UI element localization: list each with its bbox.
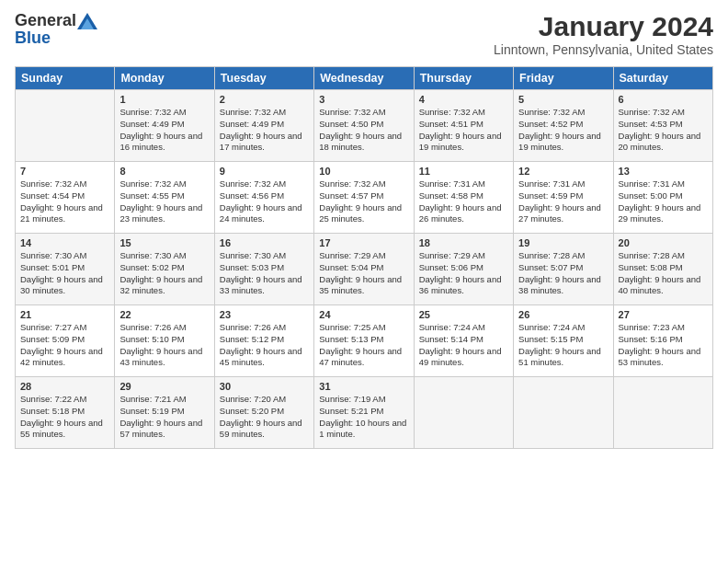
calendar-cell: 8Sunrise: 7:32 AMSunset: 4:55 PMDaylight… xyxy=(115,162,214,234)
calendar-cell: 14Sunrise: 7:30 AMSunset: 5:01 PMDayligh… xyxy=(16,234,115,305)
cell-content: Sunrise: 7:31 AMSunset: 5:00 PMDaylight:… xyxy=(619,178,708,225)
day-number: 25 xyxy=(419,309,508,320)
day-number: 15 xyxy=(119,237,209,248)
day-number: 4 xyxy=(419,94,508,105)
cell-content: Sunrise: 7:28 AMSunset: 5:08 PMDaylight:… xyxy=(619,250,708,297)
calendar-cell: 27Sunrise: 7:23 AMSunset: 5:16 PMDayligh… xyxy=(613,305,712,377)
calendar-cell: 22Sunrise: 7:26 AMSunset: 5:10 PMDayligh… xyxy=(115,305,214,377)
logo-general-text: General xyxy=(15,11,76,30)
day-number: 19 xyxy=(518,237,608,248)
calendar-cell: 23Sunrise: 7:26 AMSunset: 5:12 PMDayligh… xyxy=(214,305,313,377)
cell-content: Sunrise: 7:32 AMSunset: 4:52 PMDaylight:… xyxy=(518,107,608,154)
day-number: 8 xyxy=(119,166,209,177)
calendar-cell: 21Sunrise: 7:27 AMSunset: 5:09 PMDayligh… xyxy=(16,305,115,377)
calendar-cell: 10Sunrise: 7:32 AMSunset: 4:57 PMDayligh… xyxy=(314,162,414,234)
calendar-cell: 1Sunrise: 7:32 AMSunset: 4:49 PMDaylight… xyxy=(115,90,214,162)
calendar-body: 1Sunrise: 7:32 AMSunset: 4:49 PMDaylight… xyxy=(16,90,713,449)
cell-content: Sunrise: 7:19 AMSunset: 5:21 PMDaylight:… xyxy=(319,394,408,441)
calendar-cell: 9Sunrise: 7:32 AMSunset: 4:56 PMDaylight… xyxy=(214,162,313,234)
cell-content: Sunrise: 7:32 AMSunset: 4:51 PMDaylight:… xyxy=(419,107,508,154)
calendar-cell: 25Sunrise: 7:24 AMSunset: 5:14 PMDayligh… xyxy=(414,305,513,377)
cell-content: Sunrise: 7:30 AMSunset: 5:03 PMDaylight:… xyxy=(220,250,309,297)
calendar-cell: 6Sunrise: 7:32 AMSunset: 4:53 PMDaylight… xyxy=(613,90,712,162)
day-number: 2 xyxy=(220,94,309,105)
day-number: 26 xyxy=(518,309,608,320)
col-friday: Friday xyxy=(514,67,613,90)
calendar-cell: 18Sunrise: 7:29 AMSunset: 5:06 PMDayligh… xyxy=(414,234,513,305)
day-number: 24 xyxy=(319,309,408,320)
calendar-cell: 2Sunrise: 7:32 AMSunset: 4:49 PMDaylight… xyxy=(214,90,313,162)
cell-content: Sunrise: 7:29 AMSunset: 5:04 PMDaylight:… xyxy=(319,250,408,297)
calendar-week-3: 14Sunrise: 7:30 AMSunset: 5:01 PMDayligh… xyxy=(16,234,713,305)
page-container: General Blue January 2024 Linntown, Penn… xyxy=(0,0,728,456)
day-number: 5 xyxy=(518,94,608,105)
cell-content: Sunrise: 7:30 AMSunset: 5:02 PMDaylight:… xyxy=(119,250,209,297)
cell-content: Sunrise: 7:22 AMSunset: 5:18 PMDaylight:… xyxy=(20,394,109,441)
cell-content: Sunrise: 7:32 AMSunset: 4:50 PMDaylight:… xyxy=(319,107,408,154)
calendar-cell: 29Sunrise: 7:21 AMSunset: 5:19 PMDayligh… xyxy=(115,377,214,449)
cell-content: Sunrise: 7:28 AMSunset: 5:07 PMDaylight:… xyxy=(518,250,608,297)
header: General Blue January 2024 Linntown, Penn… xyxy=(15,11,713,57)
day-number: 14 xyxy=(20,237,109,248)
day-number: 29 xyxy=(119,381,209,392)
cell-content: Sunrise: 7:23 AMSunset: 5:16 PMDaylight:… xyxy=(619,322,708,369)
calendar-cell: 24Sunrise: 7:25 AMSunset: 5:13 PMDayligh… xyxy=(314,305,414,377)
cell-content: Sunrise: 7:24 AMSunset: 5:15 PMDaylight:… xyxy=(518,322,608,369)
day-number: 30 xyxy=(220,381,309,392)
day-number: 1 xyxy=(119,94,209,105)
calendar-cell: 20Sunrise: 7:28 AMSunset: 5:08 PMDayligh… xyxy=(613,234,712,305)
cell-content: Sunrise: 7:29 AMSunset: 5:06 PMDaylight:… xyxy=(419,250,508,297)
calendar-table: Sunday Monday Tuesday Wednesday Thursday… xyxy=(15,66,713,449)
day-number: 9 xyxy=(220,166,309,177)
cell-content: Sunrise: 7:26 AMSunset: 5:12 PMDaylight:… xyxy=(220,322,309,369)
logo: General Blue xyxy=(15,11,97,48)
cell-content: Sunrise: 7:21 AMSunset: 5:19 PMDaylight:… xyxy=(119,394,209,441)
col-sunday: Sunday xyxy=(16,67,115,90)
col-saturday: Saturday xyxy=(613,67,712,90)
day-number: 27 xyxy=(619,309,708,320)
cell-content: Sunrise: 7:32 AMSunset: 4:49 PMDaylight:… xyxy=(119,107,209,154)
cell-content: Sunrise: 7:31 AMSunset: 4:59 PMDaylight:… xyxy=(518,178,608,225)
col-tuesday: Tuesday xyxy=(214,67,313,90)
calendar-cell: 28Sunrise: 7:22 AMSunset: 5:18 PMDayligh… xyxy=(16,377,115,449)
cell-content: Sunrise: 7:32 AMSunset: 4:57 PMDaylight:… xyxy=(319,178,408,225)
cell-content: Sunrise: 7:27 AMSunset: 5:09 PMDaylight:… xyxy=(20,322,109,369)
calendar-week-4: 21Sunrise: 7:27 AMSunset: 5:09 PMDayligh… xyxy=(16,305,713,377)
calendar-cell: 4Sunrise: 7:32 AMSunset: 4:51 PMDaylight… xyxy=(414,90,513,162)
day-number: 17 xyxy=(319,237,408,248)
cell-content: Sunrise: 7:31 AMSunset: 4:58 PMDaylight:… xyxy=(419,178,508,225)
calendar-cell: 31Sunrise: 7:19 AMSunset: 5:21 PMDayligh… xyxy=(314,377,414,449)
header-row: Sunday Monday Tuesday Wednesday Thursday… xyxy=(16,67,713,90)
calendar-cell: 7Sunrise: 7:32 AMSunset: 4:54 PMDaylight… xyxy=(16,162,115,234)
logo-blue-text: Blue xyxy=(15,29,51,48)
day-number: 13 xyxy=(619,166,708,177)
day-number: 18 xyxy=(419,237,508,248)
calendar-cell xyxy=(514,377,613,449)
day-number: 16 xyxy=(220,237,309,248)
calendar-cell: 17Sunrise: 7:29 AMSunset: 5:04 PMDayligh… xyxy=(314,234,414,305)
day-number: 10 xyxy=(319,166,408,177)
cell-content: Sunrise: 7:30 AMSunset: 5:01 PMDaylight:… xyxy=(20,250,109,297)
day-number: 6 xyxy=(619,94,708,105)
cell-content: Sunrise: 7:32 AMSunset: 4:54 PMDaylight:… xyxy=(20,178,109,225)
cell-content: Sunrise: 7:32 AMSunset: 4:53 PMDaylight:… xyxy=(619,107,708,154)
day-number: 31 xyxy=(319,381,408,392)
calendar-cell: 26Sunrise: 7:24 AMSunset: 5:15 PMDayligh… xyxy=(514,305,613,377)
day-number: 22 xyxy=(119,309,209,320)
calendar-cell: 5Sunrise: 7:32 AMSunset: 4:52 PMDaylight… xyxy=(514,90,613,162)
month-title: January 2024 xyxy=(494,11,713,42)
calendar-cell: 30Sunrise: 7:20 AMSunset: 5:20 PMDayligh… xyxy=(214,377,313,449)
location: Linntown, Pennsylvania, United States xyxy=(494,42,713,57)
day-number: 28 xyxy=(20,381,109,392)
calendar-cell: 13Sunrise: 7:31 AMSunset: 5:00 PMDayligh… xyxy=(613,162,712,234)
cell-content: Sunrise: 7:32 AMSunset: 4:55 PMDaylight:… xyxy=(119,178,209,225)
day-number: 23 xyxy=(220,309,309,320)
logo-icon xyxy=(77,13,97,29)
day-number: 12 xyxy=(518,166,608,177)
calendar-cell: 15Sunrise: 7:30 AMSunset: 5:02 PMDayligh… xyxy=(115,234,214,305)
day-number: 7 xyxy=(20,166,109,177)
cell-content: Sunrise: 7:26 AMSunset: 5:10 PMDaylight:… xyxy=(119,322,209,369)
day-number: 21 xyxy=(20,309,109,320)
day-number: 3 xyxy=(319,94,408,105)
title-block: January 2024 Linntown, Pennsylvania, Uni… xyxy=(494,11,713,57)
